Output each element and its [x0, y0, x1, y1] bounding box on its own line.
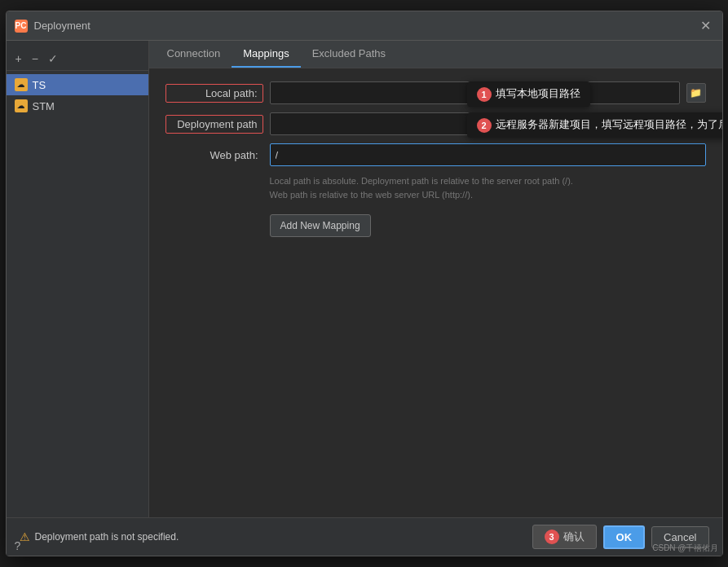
- dialog-title: Deployment: [34, 20, 697, 32]
- web-path-row: Web path:: [165, 143, 706, 166]
- add-server-button[interactable]: +: [13, 51, 24, 67]
- sidebar-item-stm-label: STM: [33, 100, 55, 112]
- warning-message: Deployment path is not specified.: [35, 531, 179, 543]
- deployment-dialog: PC Deployment ✕ + − ✓ ☁ TS ☁ STM: [6, 11, 723, 556]
- web-path-label: Web path:: [165, 147, 263, 164]
- hint-text: Local path is absolute. Deployment path …: [270, 174, 706, 201]
- sidebar-item-ts[interactable]: ☁ TS: [7, 74, 148, 95]
- warning-icon: ⚠: [20, 530, 30, 543]
- confirm-circle: 3: [545, 530, 559, 544]
- balloon-circle-2: 2: [477, 118, 492, 133]
- local-path-balloon: 1填写本地项目路径: [467, 81, 590, 107]
- local-path-label: Local path:: [165, 84, 263, 103]
- web-path-input[interactable]: [270, 143, 706, 166]
- confirm-label: 确认: [563, 530, 585, 544]
- tab-bar: Connection Mappings Excluded Paths: [149, 41, 722, 68]
- deployment-path-row: Deployment path 📁 2远程服务器新建项目，填写远程项目路径，为了…: [165, 112, 706, 135]
- close-button[interactable]: ✕: [697, 18, 714, 33]
- main-content: Connection Mappings Excluded Paths Local…: [149, 41, 722, 517]
- sidebar: + − ✓ ☁ TS ☁ STM: [7, 41, 149, 517]
- remove-server-button[interactable]: −: [29, 51, 41, 67]
- check-server-button[interactable]: ✓: [46, 51, 60, 67]
- footer-left: ⚠ Deployment path is not specified.: [20, 530, 179, 543]
- ok-button[interactable]: OK: [603, 525, 646, 549]
- deployment-path-label: Deployment path: [165, 115, 263, 134]
- confirm-button[interactable]: 3 确认: [532, 525, 597, 549]
- balloon-circle-1: 1: [477, 87, 492, 102]
- sidebar-toolbar: + − ✓: [7, 47, 148, 71]
- tab-mappings[interactable]: Mappings: [232, 41, 300, 68]
- dialog-footer: ⚠ Deployment path is not specified. 3 确认…: [7, 517, 722, 556]
- deployment-path-balloon: 2远程服务器新建项目，填写远程项目路径，为了后续上传文件: [467, 112, 722, 138]
- tab-connection[interactable]: Connection: [156, 41, 232, 68]
- help-button[interactable]: ?: [15, 539, 21, 552]
- ts-icon: ☁: [15, 78, 28, 91]
- local-path-row: Local path: 📁 1填写本地项目路径: [165, 81, 706, 104]
- mappings-panel: Local path: 📁 1填写本地项目路径 Deployment path …: [149, 68, 722, 517]
- watermark: CSDN @千禧佑月: [652, 543, 718, 554]
- title-bar: PC Deployment ✕: [7, 11, 722, 41]
- add-new-mapping-button[interactable]: Add New Mapping: [270, 214, 371, 237]
- stm-icon: ☁: [15, 99, 28, 112]
- sidebar-item-stm[interactable]: ☁ STM: [7, 95, 148, 116]
- sidebar-item-ts-label: TS: [33, 79, 46, 91]
- app-icon: PC: [15, 20, 28, 33]
- tab-excluded-paths[interactable]: Excluded Paths: [301, 41, 397, 68]
- dialog-body: + − ✓ ☁ TS ☁ STM Connection Mappings: [7, 41, 722, 517]
- local-path-browse-button[interactable]: 📁: [686, 83, 706, 103]
